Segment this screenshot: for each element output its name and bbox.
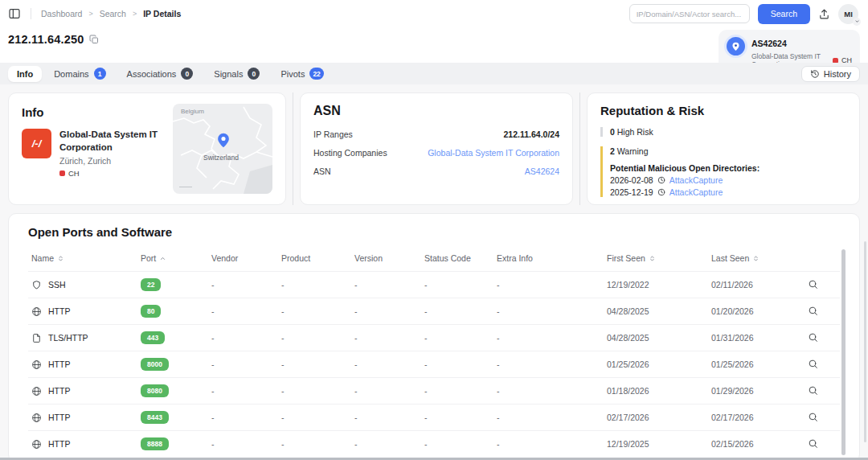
column-header-first-seen[interactable]: First Seen [604, 248, 708, 272]
last-seen-cell: 01/29/2026 [708, 378, 805, 405]
tab-domains[interactable]: Domains1 [45, 64, 114, 83]
asn-card: ASN IP Ranges212.11.64.0/24Hosting Compa… [300, 92, 573, 205]
column-header-name[interactable]: Name [28, 248, 137, 272]
breadcrumb-separator: > [133, 10, 137, 18]
product-cell: - [278, 325, 351, 351]
search-icon[interactable] [808, 279, 818, 290]
extra-info-cell: - [493, 298, 604, 325]
history-button[interactable]: History [801, 66, 860, 82]
version-cell: - [351, 272, 421, 298]
status-code-cell: - [421, 351, 493, 378]
search-input[interactable] [629, 4, 750, 23]
country-flag-icon [59, 170, 65, 176]
location-map: Belgium Switzerland [173, 104, 272, 194]
service-name: SSH [48, 280, 66, 290]
asn-row-value: 212.11.64.0/24 [504, 129, 560, 139]
risk-card-title: Reputation & Risk [600, 104, 846, 117]
search-icon[interactable] [808, 306, 818, 316]
info-card: Info /-/ Global-Data System IT Corporati… [8, 92, 286, 205]
tab-count-badge: 0 [181, 68, 193, 80]
breadcrumb-item-dashboard[interactable]: Dashboard [41, 9, 82, 18]
first-seen-cell: 01/18/2026 [604, 378, 708, 405]
warning-source-link[interactable]: AttackCapture [669, 187, 723, 197]
search-icon[interactable] [808, 332, 818, 343]
vendor-cell: - [208, 405, 278, 431]
extra-info-cell: - [493, 272, 604, 298]
column-label: Vendor [211, 253, 238, 263]
org-details: Global-Data System IT Corporation Zürich… [59, 129, 166, 178]
port-badge: 8000 [141, 358, 169, 371]
search-button[interactable]: Search [758, 4, 810, 24]
asn-row-value[interactable]: AS42624 [525, 166, 559, 176]
product-cell: - [278, 431, 351, 458]
page-title-ip: 212.11.64.250 [8, 33, 84, 46]
product-cell: - [278, 351, 351, 378]
status-code-cell: - [421, 272, 493, 298]
page-scrollbar[interactable] [864, 241, 866, 442]
column-label: Status Code [424, 253, 471, 263]
org-country-row: CH [59, 169, 166, 178]
asn-row-label: IP Ranges [313, 129, 353, 139]
status-code-cell: - [421, 325, 493, 351]
warning-entries: 2026-02-08AttackCapture2025-12-19AttackC… [610, 175, 846, 197]
vendor-cell: - [208, 298, 278, 325]
search-icon[interactable] [808, 359, 818, 369]
vendor-cell: - [208, 378, 278, 405]
asn-detail-row: Hosting CompaniesGlobal-Data System IT C… [313, 148, 559, 158]
tab-associations[interactable]: Associations0 [118, 64, 203, 83]
content-area: Info /-/ Global-Data System IT Corporati… [0, 84, 868, 460]
search-icon[interactable] [808, 385, 818, 396]
vendor-cell: - [208, 325, 278, 351]
search-icon[interactable] [808, 412, 818, 422]
asn-row-label: ASN [313, 166, 331, 176]
version-cell: - [351, 431, 421, 458]
tab-pivots[interactable]: Pivots22 [272, 64, 332, 83]
export-icon[interactable] [818, 8, 830, 20]
column-header-vendor: Vendor [208, 248, 278, 272]
breadcrumb-item-search[interactable]: Search [100, 9, 126, 18]
tab-signals[interactable]: Signals0 [205, 64, 268, 83]
asn-row-value[interactable]: Global-Data System IT Corporation [428, 148, 559, 158]
tab-label: Associations [127, 69, 177, 79]
extra-info-cell: - [493, 325, 604, 351]
info-card-title: Info [22, 105, 166, 119]
copy-icon[interactable] [89, 35, 99, 44]
port-badge: 8080 [141, 384, 169, 397]
breadcrumb-item-ip-details[interactable]: IP Details [143, 9, 181, 18]
table-row: SSH22-----12/19/202202/11/2026 [28, 272, 840, 298]
table-scrollbar[interactable] [841, 249, 845, 455]
breadcrumb-separator: > [88, 10, 92, 18]
column-label: Name [31, 253, 54, 263]
user-avatar[interactable]: MI [838, 4, 858, 24]
tab-label: Signals [214, 69, 243, 79]
column-label: First Seen [607, 253, 645, 263]
asn-card-title: ASN [313, 104, 559, 118]
high-risk-label: High Risk [617, 127, 653, 137]
version-cell: - [351, 378, 421, 405]
clock-icon [657, 188, 665, 196]
table-header-row: NamePortVendorProductVersionStatus CodeE… [28, 248, 840, 272]
vendor-cell: - [208, 431, 278, 458]
port-badge: 22 [141, 278, 161, 291]
info-card-left: Info /-/ Global-Data System IT Corporati… [22, 104, 166, 194]
table-row: HTTP8080-----01/18/202601/29/2026 [28, 378, 840, 405]
map-borders [173, 104, 272, 194]
sidebar-toggle-icon[interactable] [8, 7, 21, 20]
first-seen-cell: 04/28/2025 [604, 298, 708, 325]
column-header-last-seen[interactable]: Last Seen [708, 248, 805, 272]
tab-info[interactable]: Info [8, 66, 42, 82]
asn-row-label: Hosting Companies [313, 148, 387, 158]
asn-chip-asn: AS42624 [751, 39, 787, 48]
breadcrumb: Dashboard>Search>IP Details [41, 9, 181, 18]
warning-count: 2 [610, 146, 615, 156]
column-header-port[interactable]: Port [137, 248, 208, 272]
ip-details-page: Dashboard>Search>IP Details Search MI 21… [0, 0, 868, 460]
warning-source-link[interactable]: AttackCapture [669, 175, 723, 185]
sort-asc-icon [159, 255, 166, 262]
map-label-belgium: Belgium [181, 108, 204, 115]
service-name: HTTP [48, 359, 70, 369]
vendor-cell: - [208, 272, 278, 298]
status-code-cell: - [421, 298, 493, 325]
search-icon[interactable] [808, 438, 818, 449]
status-code-cell: - [421, 405, 493, 431]
